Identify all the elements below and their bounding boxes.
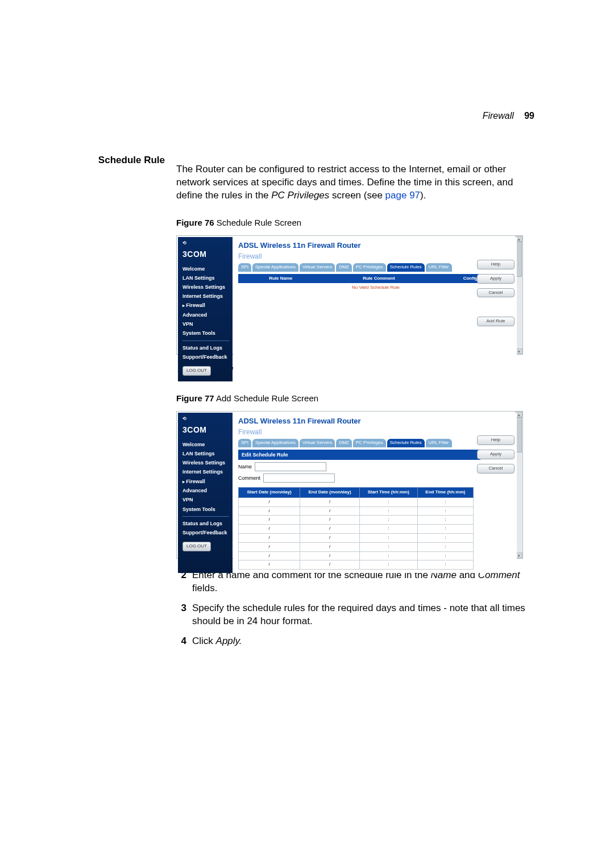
sidebar-item-firewall[interactable]: Firewall bbox=[182, 478, 229, 485]
schedule-cell[interactable]: : bbox=[417, 525, 473, 534]
add-rule-button[interactable]: Add Rule bbox=[477, 317, 515, 326]
sidebar-item-status[interactable]: Status and Logs bbox=[182, 344, 229, 351]
schedule-cell[interactable]: : bbox=[359, 560, 417, 570]
step-4: 4 Click Apply. bbox=[176, 635, 534, 648]
sidebar-item-lan[interactable]: LAN Settings bbox=[182, 275, 229, 281]
schedule-cell[interactable]: / bbox=[300, 497, 359, 506]
cancel-button[interactable]: Cancel bbox=[477, 464, 515, 474]
tab-spi[interactable]: SPI bbox=[238, 439, 251, 447]
schedule-cell[interactable]: : bbox=[359, 533, 417, 542]
schedule-cell[interactable]: / bbox=[300, 516, 359, 525]
brand-text: 3COM bbox=[182, 425, 229, 435]
step-2: 2 Enter a name and comment for the sched… bbox=[176, 569, 534, 595]
schedule-cell[interactable]: / bbox=[239, 533, 300, 542]
sidebar-item-systools[interactable]: System Tools bbox=[182, 330, 229, 337]
sidebar-item-wireless[interactable]: Wireless Settings bbox=[182, 459, 229, 466]
action-buttons: Help Apply Cancel Add Rule bbox=[477, 260, 515, 326]
tab-schedule-rules[interactable]: Schedule Rules bbox=[387, 439, 425, 447]
tab-special-applications[interactable]: Special Applications bbox=[252, 439, 298, 447]
schedule-cell[interactable]: : bbox=[359, 542, 417, 551]
schedule-cell[interactable]: / bbox=[300, 560, 359, 570]
router-main-pane: ADSL Wireless 11n Firewall Router Firewa… bbox=[234, 237, 517, 381]
name-input[interactable] bbox=[255, 462, 326, 471]
schedule-cell[interactable]: / bbox=[300, 506, 359, 516]
tab-url-filter[interactable]: URL Filter bbox=[426, 439, 452, 447]
sidebar-item-status[interactable]: Status and Logs bbox=[182, 520, 229, 527]
schedule-rules-table: Rule Name Rule Comment Configure bbox=[238, 274, 513, 284]
logout-button[interactable]: LOG OUT bbox=[182, 542, 211, 551]
schedule-cell[interactable]: / bbox=[239, 525, 300, 534]
schedule-cell[interactable]: : bbox=[417, 542, 473, 551]
tab-virtual-servers[interactable]: Virtual Servers bbox=[300, 439, 335, 447]
schedule-cell[interactable]: : bbox=[417, 560, 473, 570]
apply-button[interactable]: Apply bbox=[477, 450, 515, 459]
logout-button[interactable]: LOG OUT bbox=[182, 366, 211, 376]
apply-button[interactable]: Apply bbox=[477, 274, 515, 284]
schedule-cell[interactable]: / bbox=[239, 497, 300, 506]
sidebar-item-lan[interactable]: LAN Settings bbox=[182, 450, 229, 457]
tab-bar: SPI Special Applications Virtual Servers… bbox=[238, 439, 513, 447]
schedule-cell[interactable]: : bbox=[417, 497, 473, 506]
tab-pc-privileges[interactable]: PC Privileges bbox=[353, 263, 386, 272]
router-sidebar: ⟲ 3COM Welcome LAN Settings Wireless Set… bbox=[178, 237, 233, 381]
sidebar-item-support[interactable]: Support/Feedback bbox=[182, 354, 229, 360]
schedule-cell[interactable]: / bbox=[300, 533, 359, 542]
sidebar-item-firewall[interactable]: Firewall bbox=[182, 302, 229, 309]
schedule-cell[interactable]: : bbox=[417, 516, 473, 525]
cancel-button[interactable]: Cancel bbox=[477, 288, 515, 298]
table-row: //:: bbox=[239, 525, 474, 534]
table-row: //:: bbox=[239, 560, 474, 570]
schedule-cell[interactable]: / bbox=[300, 551, 359, 560]
schedule-cell[interactable]: : bbox=[417, 533, 473, 542]
link-page-97[interactable]: page 97 bbox=[385, 190, 420, 201]
tab-url-filter[interactable]: URL Filter bbox=[426, 263, 452, 272]
sidebar-item-welcome[interactable]: Welcome bbox=[182, 441, 229, 448]
sidebar-item-vpn[interactable]: VPN bbox=[182, 321, 229, 327]
schedule-cell[interactable]: / bbox=[239, 542, 300, 551]
tab-pc-privileges[interactable]: PC Privileges bbox=[353, 439, 386, 447]
comment-input[interactable] bbox=[263, 474, 335, 483]
sidebar-item-wireless[interactable]: Wireless Settings bbox=[182, 284, 229, 290]
help-button[interactable]: Help bbox=[477, 435, 515, 445]
sidebar-item-internet[interactable]: Internet Settings bbox=[182, 293, 229, 300]
sidebar-item-welcome[interactable]: Welcome bbox=[182, 265, 229, 272]
logo-icon: ⟲ bbox=[182, 240, 229, 247]
schedule-cell[interactable]: / bbox=[239, 551, 300, 560]
tab-virtual-servers[interactable]: Virtual Servers bbox=[300, 263, 335, 272]
tab-dmz[interactable]: DMZ bbox=[336, 263, 351, 272]
schedule-cell[interactable]: : bbox=[359, 516, 417, 525]
schedule-cell[interactable]: : bbox=[359, 551, 417, 560]
help-button[interactable]: Help bbox=[477, 260, 515, 269]
table-row: //:: bbox=[239, 516, 474, 525]
table-row: //:: bbox=[239, 533, 474, 542]
sidebar-item-systools[interactable]: System Tools bbox=[182, 506, 229, 513]
schedule-cell[interactable]: : bbox=[417, 506, 473, 516]
schedule-cell[interactable]: : bbox=[359, 497, 417, 506]
sidebar-item-advanced[interactable]: Advanced bbox=[182, 312, 229, 318]
schedule-cell[interactable]: / bbox=[239, 506, 300, 516]
scrollbar-thumb[interactable] bbox=[516, 242, 522, 277]
tab-schedule-rules[interactable]: Schedule Rules bbox=[387, 263, 425, 272]
running-head: Firewall 99 bbox=[483, 111, 534, 121]
schedule-cell[interactable]: : bbox=[359, 525, 417, 534]
running-head-section: Firewall bbox=[483, 111, 514, 121]
scrollbar-thumb[interactable] bbox=[516, 417, 522, 452]
tab-special-applications[interactable]: Special Applications bbox=[252, 263, 298, 272]
router-sidebar: ⟲ 3COM Welcome LAN Settings Wireless Set… bbox=[178, 413, 233, 573]
tab-spi[interactable]: SPI bbox=[238, 263, 251, 272]
schedule-cell[interactable]: / bbox=[300, 542, 359, 551]
schedule-cell[interactable]: / bbox=[300, 525, 359, 534]
sidebar-item-internet[interactable]: Internet Settings bbox=[182, 468, 229, 475]
sidebar-item-vpn[interactable]: VPN bbox=[182, 496, 229, 503]
screenshot-schedule-rule: ▴ ▾ ⟲ 3COM Welcome LAN Settings Wireless… bbox=[176, 235, 523, 355]
step-3: 3 Specify the schedule rules for the req… bbox=[176, 602, 534, 628]
sidebar-item-advanced[interactable]: Advanced bbox=[182, 487, 229, 494]
sidebar-item-support[interactable]: Support/Feedback bbox=[182, 529, 229, 536]
tab-dmz[interactable]: DMZ bbox=[336, 439, 351, 447]
name-label: Name bbox=[238, 463, 252, 470]
schedule-cell[interactable]: : bbox=[417, 551, 473, 560]
schedule-cell[interactable]: : bbox=[359, 506, 417, 516]
screenshot-add-schedule-rule: ▴ ▾ ⟲ 3COM Welcome LAN Settings Wireless… bbox=[176, 411, 523, 559]
schedule-cell[interactable]: / bbox=[239, 516, 300, 525]
schedule-cell[interactable]: / bbox=[239, 560, 300, 570]
